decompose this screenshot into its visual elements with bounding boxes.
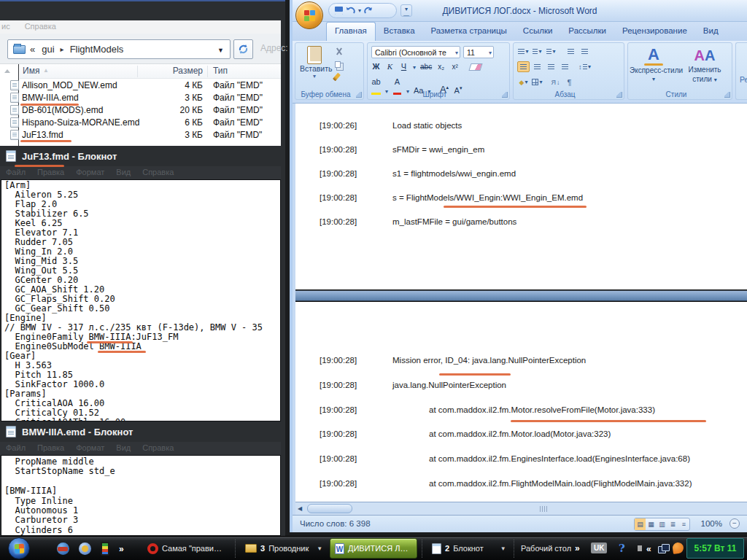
language-indicator[interactable]: UK	[591, 542, 607, 553]
explorer-menu-item[interactable]: ис	[1, 22, 10, 34]
tab-insert[interactable]: Вставка	[376, 22, 423, 41]
multilevel-list-button[interactable]: ▾	[545, 46, 557, 57]
underline-dropdown-icon[interactable]: ▾	[413, 64, 416, 71]
tab-view[interactable]: Вид	[695, 22, 727, 41]
paste-dropdown-icon[interactable]: ▾	[300, 73, 329, 79]
undo-icon[interactable]	[346, 7, 355, 15]
menu-file[interactable]: Файл	[6, 443, 26, 455]
tray-mini-icon[interactable]	[638, 545, 642, 551]
avast-icon[interactable]	[672, 542, 684, 554]
draft-view-button[interactable]: ≡	[678, 518, 689, 530]
clear-formatting-icon[interactable]	[469, 63, 483, 71]
file-name[interactable]: Allison_MOD_NEW.emd	[22, 80, 117, 90]
notepad-content[interactable]: [Arm] Aileron 5.25 Flap 2.0 Stabilizer 6…	[4, 181, 263, 421]
file-row[interactable]: Allison_MOD_NEW.emd 4 КБ Файл "EMD"	[20, 79, 281, 92]
clipboard-dialog-launcher[interactable]	[356, 92, 362, 98]
tray-collapse-icon[interactable]: «	[646, 544, 651, 554]
justify-button[interactable]	[559, 61, 571, 72]
address-dropdown-icon[interactable]: ▼	[217, 47, 224, 54]
taskbar-button-word[interactable]: W ДИВИТИСЯ Л…	[330, 538, 417, 559]
decrease-indent-button[interactable]	[565, 46, 577, 57]
font-dialog-launcher[interactable]	[502, 92, 508, 98]
paragraph-dialog-launcher[interactable]	[616, 92, 622, 98]
strikethrough-button[interactable]: abc	[420, 63, 432, 71]
help-icon[interactable]: ?	[619, 542, 625, 555]
notepad-text-area[interactable]: [Arm] Aileron 5.25 Flap 2.0 Stabilizer 6…	[1, 179, 281, 421]
breadcrumb-segment-gui[interactable]: gui	[42, 44, 54, 55]
paste-button[interactable]: Вставить ▾	[300, 46, 329, 90]
shading-button[interactable]: ◆▾	[517, 77, 530, 88]
explorer-titlebar[interactable]	[0, 0, 285, 1]
align-right-button[interactable]	[545, 61, 557, 72]
split-bar[interactable]	[295, 289, 747, 302]
align-center-button[interactable]	[531, 61, 543, 72]
word-count[interactable]: Число слов: 6 398	[300, 519, 371, 528]
font-size-dropdown-icon[interactable]: ▾	[489, 50, 492, 56]
styles-dialog-launcher[interactable]	[724, 92, 730, 98]
network-icon[interactable]	[658, 544, 669, 553]
desktop-toolbar-label[interactable]: Рабочий стол	[521, 544, 571, 553]
quicklaunch-chevron-icon[interactable]: »	[119, 544, 124, 554]
menu-file[interactable]: Файл	[6, 168, 26, 179]
format-painter-icon[interactable]	[333, 73, 341, 82]
snagit-icon[interactable]	[57, 542, 69, 555]
reading-view-button[interactable]: ▦	[646, 518, 657, 530]
sort-button[interactable]: Я↓	[549, 77, 562, 88]
address-bar[interactable]: « gui ▸ FlightModels ▼	[7, 39, 231, 59]
horizontal-scrollbar[interactable]: ◀	[295, 502, 747, 515]
scroll-left-icon[interactable]: ◀	[298, 505, 302, 512]
show-marks-button[interactable]: ¶	[563, 77, 576, 88]
menu-help[interactable]: Справка	[142, 443, 174, 455]
file-row[interactable]: Hispano-Suiza-MORANE.emd 6 КБ Файл "EMD"	[20, 117, 281, 129]
change-styles-dropdown-icon[interactable]: ▾	[714, 77, 717, 83]
quick-styles-dropdown-icon[interactable]: ▾	[630, 75, 678, 84]
tab-mailings[interactable]: Рассылки	[560, 22, 614, 41]
taskbar-button-opera[interactable]: Самая "прави…	[143, 538, 226, 559]
movie-maker-icon[interactable]	[101, 542, 109, 556]
refresh-button[interactable]	[233, 39, 253, 59]
tab-page-layout[interactable]: Разметка страницы	[423, 22, 515, 41]
borders-button[interactable]: ▾	[531, 77, 543, 88]
group-dropdown-icon[interactable]: ▼	[500, 545, 506, 552]
column-separator[interactable]	[207, 66, 208, 77]
menu-format[interactable]: Формат	[76, 168, 104, 179]
notepad-titlebar[interactable]: BMW-IIIA.emd - Блокнот	[0, 421, 285, 442]
file-row[interactable]: DB-601(MODS).emd 20 КБ Файл "EMD"	[20, 104, 281, 117]
print-layout-view-button[interactable]: ▤	[635, 518, 646, 530]
font-size-combo[interactable]: 11 ▾	[463, 46, 494, 58]
save-icon[interactable]	[335, 7, 343, 15]
start-button[interactable]	[8, 537, 30, 559]
zoom-out-button[interactable]: −	[729, 518, 740, 529]
align-left-button[interactable]	[517, 61, 530, 72]
menu-view[interactable]: Вид	[116, 443, 131, 455]
tab-references[interactable]: Ссылки	[515, 22, 561, 41]
web-layout-view-button[interactable]: ▥	[657, 518, 667, 530]
outline-view-button[interactable]: ≣	[667, 518, 678, 530]
bullets-button[interactable]: ▾	[517, 46, 530, 57]
column-name[interactable]: Имя	[23, 66, 39, 76]
office-button[interactable]	[295, 1, 323, 29]
column-type[interactable]: Тип	[213, 66, 228, 76]
redo-icon[interactable]	[364, 7, 374, 15]
undo-dropdown-icon[interactable]: ▾	[358, 7, 361, 14]
menu-edit[interactable]: Правка	[37, 443, 64, 455]
font-name-dropdown-icon[interactable]: ▾	[455, 50, 458, 56]
file-name[interactable]: JuF13.fmd	[22, 130, 63, 140]
underline-button[interactable]: Ч	[399, 62, 409, 71]
tab-review[interactable]: Рецензирование	[614, 22, 695, 41]
italic-button[interactable]: К	[385, 62, 395, 71]
document-pane-bottom[interactable]: [19:00:28]Mission error, ID_04: java.lan…	[295, 302, 747, 502]
superscript-button[interactable]: x²	[450, 63, 460, 71]
font-name-combo[interactable]: Calibri (Основной те ▾	[371, 46, 460, 58]
column-separator[interactable]	[137, 66, 138, 77]
menu-format[interactable]: Формат	[76, 443, 104, 455]
bold-button[interactable]: Ж	[371, 62, 381, 71]
tree-collapse-icon[interactable]	[4, 69, 10, 73]
change-styles-button[interactable]: АА Изменить стили ▾	[682, 46, 727, 85]
column-size[interactable]: Размер	[152, 66, 203, 76]
desktop-chevron-icon[interactable]: »	[575, 543, 579, 553]
notepad-text-area[interactable]: PropName middle StartStopName std_e [BMW…	[1, 455, 281, 536]
qat-customize-button[interactable]: ▾—	[400, 4, 412, 17]
scrollbar-thumb[interactable]	[307, 504, 352, 513]
document-pane-top[interactable]: [19:00:26]Load static objects [19:00:28]…	[295, 104, 747, 289]
